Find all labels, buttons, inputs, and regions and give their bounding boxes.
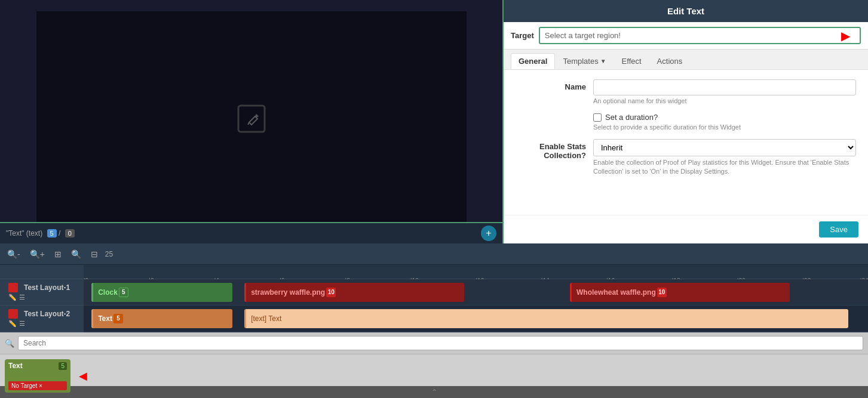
layout2-color bbox=[8, 309, 18, 319]
zoom-in-icon[interactable]: 🔍+ bbox=[27, 248, 47, 260]
svg-line-1 bbox=[248, 122, 249, 125]
tab-templates-label: Templates bbox=[563, 57, 598, 66]
tab-templates[interactable]: Templates ▼ bbox=[555, 53, 614, 69]
tabs-row: General Templates ▼ Effect Actions bbox=[504, 50, 868, 70]
stats-label: Enable Stats Collection? bbox=[516, 139, 593, 160]
preview-label: "Text" (text) 5 / 0 bbox=[6, 229, 75, 237]
search-icon: 🔍 bbox=[5, 339, 14, 348]
track-item-strawberry[interactable]: strawberry waffle.png 10 bbox=[244, 283, 464, 302]
no-target-label: No Target bbox=[11, 382, 37, 389]
duration-checkbox[interactable] bbox=[593, 113, 602, 122]
tab-effect-label: Effect bbox=[622, 57, 642, 66]
layout1-edit-icon[interactable]: ✏️ bbox=[8, 294, 17, 301]
layout2-list-icon[interactable]: ☰ bbox=[19, 320, 25, 328]
target-select[interactable]: Select a target region! bbox=[539, 27, 861, 44]
tab-effect[interactable]: Effect bbox=[614, 53, 649, 69]
preview-bottom-bar: "Text" (text) 5 / 0 + bbox=[0, 222, 502, 243]
duration-checkbox-label: Set a duration? bbox=[605, 113, 658, 122]
timeline-toolbar: 🔍- 🔍+ ⊞ 🔍 ⊟ 25 bbox=[0, 243, 868, 265]
text-region-label: [text] Text bbox=[251, 314, 281, 323]
tray-search: 🔍 bbox=[0, 332, 868, 354]
preview-badge-right: 0 bbox=[65, 229, 75, 237]
target-arrow-icon: ▶ bbox=[841, 29, 850, 43]
stats-form-row: Enable Stats Collection? Inherit On Off … bbox=[516, 139, 856, 177]
layout1-label-bottom: ✏️ ☰ bbox=[5, 294, 29, 301]
duration-checkbox-row: Set a duration? bbox=[593, 113, 856, 122]
edit-panel-title: Edit Text bbox=[504, 0, 868, 22]
preview-badge-left: 5 bbox=[47, 229, 57, 237]
widget-tray: 🔍 Text 5 No Target × ◀ bbox=[0, 332, 868, 386]
layout2-label-top: Test Layout-2 bbox=[5, 309, 73, 319]
tray-item-text[interactable]: Text 5 No Target × bbox=[5, 359, 70, 393]
track-row-layout1: Clock 5 strawberry waffle.png 10 Wholewh… bbox=[84, 279, 868, 306]
tab-general-label: General bbox=[519, 57, 547, 66]
tray-search-input[interactable] bbox=[18, 336, 863, 350]
panel-footer: Save bbox=[504, 215, 868, 243]
wholewheat-badge: 10 bbox=[657, 288, 667, 297]
text-badge: 5 bbox=[114, 314, 123, 323]
target-label: Target bbox=[511, 31, 534, 40]
add-region-button[interactable]: + bbox=[481, 226, 496, 241]
track-item-clock[interactable]: Clock 5 bbox=[91, 283, 232, 302]
form-content: Name An optional name for this widget Se… bbox=[504, 70, 868, 215]
stats-select[interactable]: Inherit On Off bbox=[593, 139, 856, 156]
bottom-bar: ⌃ bbox=[0, 386, 868, 398]
save-button[interactable]: Save bbox=[819, 221, 858, 237]
layout1-name: Test Layout-1 bbox=[24, 283, 70, 292]
clock-label: Clock bbox=[98, 288, 118, 297]
timeline-labels: Test Layout-1 ✏️ ☰ Test Layout-2 ✏️ bbox=[0, 265, 84, 332]
tab-actions[interactable]: Actions bbox=[649, 53, 691, 69]
duration-hint: Select to provide a specific duration fo… bbox=[593, 124, 856, 131]
preview-area: "Text" (text) 5 / 0 + bbox=[0, 0, 504, 243]
bottom-handle-icon[interactable]: ⌃ bbox=[431, 388, 437, 396]
duration-field: Set a duration? Select to provide a spec… bbox=[593, 113, 856, 131]
no-target-icon: × bbox=[39, 382, 42, 389]
layout1-label-top: Test Layout-1 bbox=[5, 283, 73, 292]
name-form-row: Name An optional name for this widget bbox=[516, 79, 856, 104]
stats-hint: Enable the collection of Proof of Play s… bbox=[593, 158, 856, 177]
panel-title-text: Edit Text bbox=[667, 6, 704, 16]
timeline-options-icon[interactable]: ⊟ bbox=[88, 248, 100, 260]
stats-field: Inherit On Off Enable the collection of … bbox=[593, 139, 856, 177]
layout2-label-bottom: ✏️ ☰ bbox=[5, 320, 29, 328]
tab-general[interactable]: General bbox=[511, 53, 555, 69]
layout2-edit-icon[interactable]: ✏️ bbox=[8, 320, 17, 328]
layout1-list-icon[interactable]: ☰ bbox=[19, 294, 25, 301]
zoom-out-icon[interactable]: 🔍- bbox=[5, 248, 23, 260]
track-row-layout2: Text 5 [text] Text bbox=[84, 306, 868, 332]
tab-templates-arrow: ▼ bbox=[600, 58, 606, 64]
layout2-name: Test Layout-2 bbox=[24, 310, 70, 318]
track-label-layout1: Test Layout-1 ✏️ ☰ bbox=[0, 279, 84, 306]
timeline-tracks: |0 |2 |4 |6 |8 |10 |12 |14 |16 |18 |20 |… bbox=[84, 265, 868, 332]
target-row: Target Select a target region! ▶ bbox=[504, 22, 868, 50]
tray-item-no-target: No Target × bbox=[8, 381, 67, 390]
text-label: Text bbox=[98, 314, 112, 323]
zoom-fit-icon[interactable]: ⊞ bbox=[52, 248, 64, 260]
track-label-layout2: Test Layout-2 ✏️ ☰ bbox=[0, 306, 84, 332]
tab-actions-label: Actions bbox=[657, 57, 683, 66]
zoom-custom-icon[interactable]: 🔍 bbox=[69, 248, 84, 260]
timeline-body: Test Layout-1 ✏️ ☰ Test Layout-2 ✏️ bbox=[0, 265, 868, 332]
track-item-text-region[interactable]: [text] Text bbox=[244, 309, 848, 328]
stats-label-text: Enable Stats Collection? bbox=[539, 142, 586, 160]
clock-badge: 5 bbox=[119, 288, 128, 297]
edit-icon bbox=[232, 100, 271, 144]
track-item-text[interactable]: Text 5 bbox=[91, 309, 232, 328]
label-header bbox=[0, 265, 84, 279]
layout1-color bbox=[8, 283, 18, 292]
name-input[interactable] bbox=[593, 79, 856, 95]
zoom-number: 25 bbox=[105, 250, 113, 258]
preview-text: "Text" (text) bbox=[6, 229, 42, 237]
timeline-section: 🔍- 🔍+ ⊞ 🔍 ⊟ 25 Test Layout-1 ✏️ ☰ bbox=[0, 243, 868, 332]
tray-item-text-badge: 5 bbox=[59, 362, 67, 370]
name-field: An optional name for this widget bbox=[593, 79, 856, 104]
tray-arrow-icon: ◀ bbox=[79, 369, 87, 382]
track-item-wholewheat[interactable]: Wholewheat waffle.png 10 bbox=[570, 283, 790, 302]
edit-panel: Edit Text Target Select a target region!… bbox=[504, 0, 868, 243]
name-hint: An optional name for this widget bbox=[593, 97, 856, 104]
duration-label-spacer bbox=[516, 113, 593, 116]
strawberry-badge: 10 bbox=[326, 288, 336, 297]
svg-rect-0 bbox=[238, 106, 265, 132]
duration-form-row: Set a duration? Select to provide a spec… bbox=[516, 113, 856, 131]
wholewheat-label: Wholewheat waffle.png bbox=[576, 288, 656, 297]
